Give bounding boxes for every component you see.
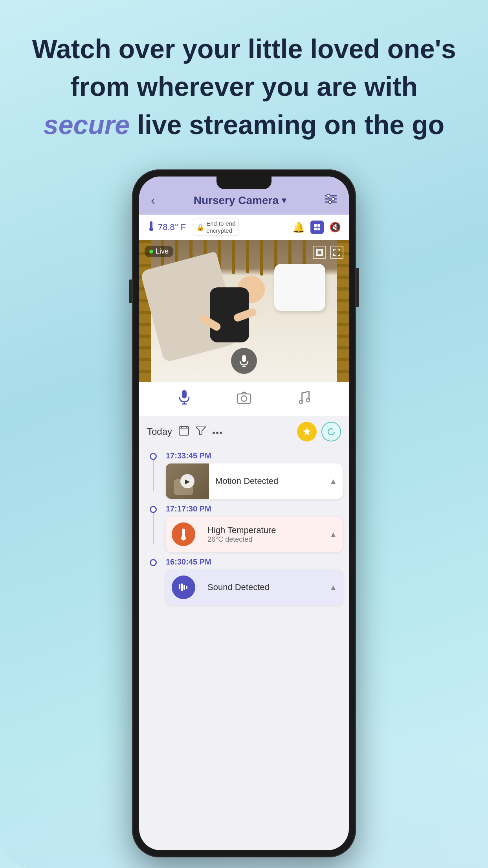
svg-point-5 xyxy=(328,200,332,204)
crib-side-left xyxy=(139,240,151,382)
timeline-filter-icon[interactable] xyxy=(196,426,206,437)
sound-expand-icon[interactable]: ▲ xyxy=(329,583,343,592)
motion-event-card[interactable]: ▶ Motion Detected ▲ xyxy=(166,463,343,499)
play-button[interactable]: ▶ xyxy=(180,474,194,488)
status-bar: 78.8° F 🔒 End-to-endencrypted 🔔 xyxy=(139,215,349,240)
temperature-expand-icon[interactable]: ▲ xyxy=(329,530,343,539)
live-dot xyxy=(149,250,153,254)
camera-title: Nursery Camera ▾ xyxy=(194,194,286,207)
svg-point-21 xyxy=(241,396,247,401)
svg-rect-17 xyxy=(182,390,187,398)
svg-marker-28 xyxy=(196,427,205,435)
timeline-dot-3 xyxy=(150,559,157,566)
mic-button[interactable] xyxy=(231,348,257,374)
temperature-subtitle: 26°C detected xyxy=(207,535,323,544)
event-row-sound: 16:30:45 PM Soun xyxy=(139,557,349,605)
encryption-badge: 🔒 End-to-endencrypted xyxy=(193,219,239,236)
svg-point-3 xyxy=(327,194,330,197)
temp-value: 78.8° F xyxy=(158,222,186,232)
title-chevron-icon[interactable]: ▾ xyxy=(282,195,286,206)
temperature-event-card[interactable]: High Temperature 26°C detected ▲ xyxy=(166,517,343,552)
sound-event-card[interactable]: Sound Detected ▲ xyxy=(166,570,343,605)
svg-rect-24 xyxy=(179,427,189,435)
thermometer-icon xyxy=(147,221,156,234)
temperature-title: High Temperature xyxy=(207,525,323,535)
timeline-indicator-2 xyxy=(145,504,161,544)
phone-screen: ‹ Nursery Camera ▾ xyxy=(139,177,349,850)
more-options-icon[interactable] xyxy=(212,427,222,437)
svg-rect-38 xyxy=(181,583,183,591)
crib-side-right xyxy=(337,240,349,382)
sound-event: 16:30:45 PM Soun xyxy=(166,557,343,605)
svg-rect-37 xyxy=(179,584,180,589)
svg-point-29 xyxy=(213,432,215,434)
hero-secure-word: secure xyxy=(44,110,130,140)
timeline-right-controls xyxy=(297,422,341,441)
filter-button[interactable] xyxy=(325,193,337,207)
snapshot-control[interactable] xyxy=(237,390,251,408)
star-badge[interactable] xyxy=(297,422,317,441)
phone-notch xyxy=(216,177,272,189)
back-button[interactable]: ‹ xyxy=(151,193,155,208)
hero-line3: secure live streaming on the go xyxy=(31,107,457,142)
timeline-header: Today xyxy=(139,416,349,447)
svg-rect-35 xyxy=(182,529,185,536)
temperature-display: 78.8° F xyxy=(147,221,186,234)
svg-rect-39 xyxy=(183,585,185,590)
event-row-motion: 17:33:45 PM ▶ Motion Detected xyxy=(139,451,349,499)
hero-line1: Watch over your little loved one's xyxy=(31,31,457,66)
controls-row xyxy=(139,382,349,416)
alert-icon[interactable]: 🔔 xyxy=(292,221,305,234)
event-row-temperature: 17:17:30 PM High Temperature 26°C det xyxy=(139,504,349,552)
phone-body: ‹ Nursery Camera ▾ xyxy=(132,169,356,857)
grid-view-icon[interactable] xyxy=(310,221,324,234)
replay-badge[interactable] xyxy=(321,422,341,441)
motion-event: 17:33:45 PM ▶ Motion Detected xyxy=(166,451,343,499)
motion-thumbnail: ▶ xyxy=(166,463,209,499)
play-overlay[interactable]: ▶ xyxy=(166,463,209,499)
svg-rect-9 xyxy=(317,224,320,227)
svg-point-36 xyxy=(181,536,186,541)
live-badge: Live xyxy=(145,246,173,257)
temperature-time: 17:17:30 PM xyxy=(166,504,343,513)
timeline-indicator-1 xyxy=(145,451,161,491)
svg-rect-10 xyxy=(314,228,317,230)
temperature-icon xyxy=(172,522,195,546)
timeline-dot-1 xyxy=(150,453,157,460)
svg-rect-11 xyxy=(317,228,320,230)
motion-time: 17:33:45 PM xyxy=(166,451,343,460)
sound-info: Sound Detected xyxy=(201,582,329,592)
svg-rect-20 xyxy=(237,394,251,403)
sound-time: 16:30:45 PM xyxy=(166,557,343,566)
svg-point-7 xyxy=(149,227,153,231)
camera-feed[interactable]: Live xyxy=(139,240,349,382)
svg-rect-14 xyxy=(242,355,246,362)
mic-control[interactable] xyxy=(178,390,191,408)
timeline-dot-2 xyxy=(150,506,157,513)
timeline-indicator-3 xyxy=(145,557,161,566)
mute-icon[interactable]: 🔇 xyxy=(329,222,341,233)
sound-title: Sound Detected xyxy=(207,582,323,592)
svg-rect-8 xyxy=(314,224,317,227)
svg-marker-32 xyxy=(303,428,311,436)
temperature-event: 17:17:30 PM High Temperature 26°C det xyxy=(166,504,343,552)
motion-title: Motion Detected xyxy=(215,476,323,486)
svg-point-31 xyxy=(220,432,222,434)
sound-icon xyxy=(172,576,195,599)
svg-point-30 xyxy=(216,432,218,434)
lock-icon: 🔒 xyxy=(196,224,204,231)
calendar-icon[interactable] xyxy=(178,425,189,439)
temperature-info: High Temperature 26°C detected xyxy=(201,525,329,544)
crop-icon[interactable] xyxy=(313,246,326,259)
hero-section: Watch over your little loved one's from … xyxy=(0,0,488,158)
timeline-line-1 xyxy=(153,460,154,491)
fullscreen-icon[interactable] xyxy=(330,246,343,259)
motion-expand-icon[interactable]: ▲ xyxy=(329,477,343,486)
today-label: Today xyxy=(147,426,172,437)
svg-point-4 xyxy=(332,197,335,200)
live-label: Live xyxy=(156,247,169,256)
timeline-events: 17:33:45 PM ▶ Motion Detected xyxy=(139,447,349,614)
hero-line2: from wherever you are with xyxy=(31,69,457,104)
music-control[interactable] xyxy=(297,390,310,408)
timeline-line-2 xyxy=(153,513,154,544)
